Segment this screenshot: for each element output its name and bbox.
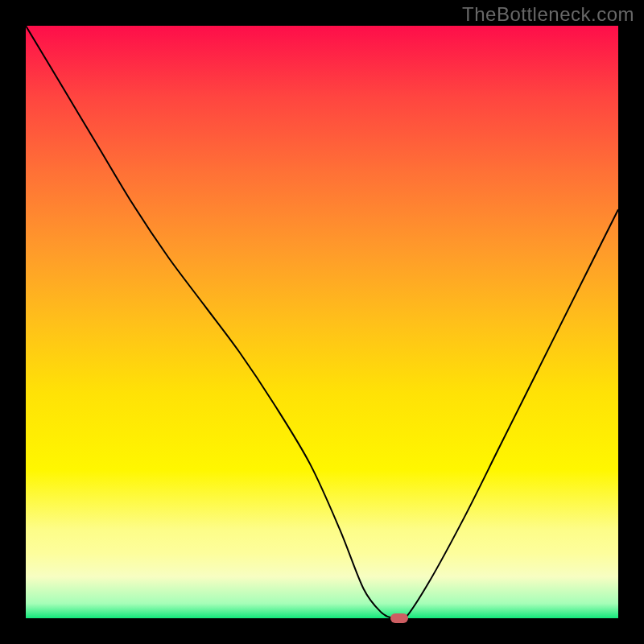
watermark-text: TheBottleneck.com [462,3,634,26]
bottleneck-curve-path [26,26,618,618]
optimal-point-marker [390,613,408,623]
bottleneck-curve-svg [26,26,618,618]
chart-frame: TheBottleneck.com [0,0,644,644]
